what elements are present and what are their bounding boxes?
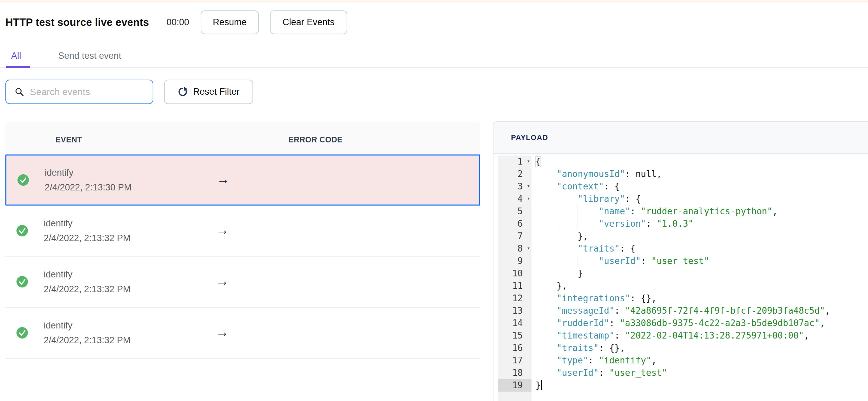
gutter-filler	[498, 392, 531, 401]
code-line: 4▾"library": {	[494, 193, 868, 205]
resume-button[interactable]: Resume	[201, 10, 259, 34]
event-timestamp: 2/4/2022, 2:13:32 PM	[44, 284, 130, 295]
code-line: 18"userId": "user_test"	[494, 367, 868, 379]
indent-guide	[535, 280, 557, 292]
search-events-box	[5, 79, 153, 104]
indent-guide	[535, 218, 557, 230]
line-number: 16	[498, 342, 531, 354]
success-check-icon	[18, 174, 29, 186]
event-row[interactable]: identify2/4/2022, 2:13:30 PM→	[5, 155, 480, 205]
success-check-icon	[17, 225, 28, 236]
code-text: "library": {	[531, 193, 641, 205]
code-text: }	[531, 379, 542, 392]
payload-json-editor[interactable]: 1▾{2"anonymousId": null,3▾"context": {4▾…	[494, 154, 868, 401]
search-icon	[14, 87, 24, 97]
code-text: "version": "1.0.3"	[531, 218, 693, 230]
fold-arrow-icon[interactable]: ▾	[527, 155, 530, 167]
line-number: 19	[498, 379, 531, 392]
line-number: 1▾	[498, 156, 531, 168]
code-text: "userId": "user_test"	[531, 367, 667, 379]
line-number: 13	[498, 305, 531, 317]
indent-guide	[557, 218, 578, 230]
code-text: "rudderId": "a33086db-9375-4c22-a2a3-b5d…	[531, 317, 825, 330]
line-number: 2	[498, 168, 531, 180]
tab-all[interactable]: All	[11, 51, 21, 61]
code-line: 15"timestamp": "2022-02-04T14:13:28.2759…	[494, 330, 868, 342]
event-timestamp: 2/4/2022, 2:13:30 PM	[45, 182, 131, 193]
code-line: 8▾"traits": {	[494, 242, 868, 255]
fold-arrow-icon[interactable]: ▾	[527, 242, 530, 254]
indent-guide	[557, 242, 578, 255]
code-text: "integrations": {},	[531, 292, 656, 305]
indent-guide	[557, 255, 578, 267]
tab-send-test-event[interactable]: Send test event	[58, 51, 121, 61]
indent-guide	[557, 267, 578, 280]
indent-guide	[535, 242, 557, 255]
code-text: },	[531, 280, 567, 292]
code-line: 16"traits": {},	[494, 342, 868, 354]
event-row[interactable]: identify2/4/2022, 2:13:32 PM→	[5, 205, 480, 257]
arrow-right-icon: →	[217, 172, 230, 187]
indent-guide	[557, 193, 578, 205]
arrow-right-icon: →	[216, 325, 229, 339]
indent-guide	[578, 218, 599, 230]
code-line: 13"messageId": "42a8695f-72f4-4f9f-bfcf-…	[494, 305, 868, 317]
code-text: "type": "identify",	[531, 354, 656, 367]
indent-guide	[535, 168, 557, 180]
code-line: 12"integrations": {},	[494, 292, 868, 305]
line-number: 4▾	[498, 193, 531, 205]
table-header: EVENT ERROR CODE	[5, 122, 480, 155]
column-header-error-code: ERROR CODE	[288, 135, 343, 144]
code-line: 3▾"context": {	[494, 180, 868, 193]
event-name: identify	[44, 218, 130, 229]
indent-guide	[578, 205, 599, 218]
fold-arrow-icon[interactable]: ▾	[527, 192, 530, 204]
indent-guide	[557, 230, 578, 242]
line-number: 11	[498, 280, 531, 292]
code-text: "context": {	[531, 180, 620, 193]
code-line: 1▾{	[494, 156, 868, 168]
indent-guide	[578, 255, 599, 267]
code-text: }	[531, 267, 583, 280]
event-meta: identify2/4/2022, 2:13:32 PM	[44, 218, 130, 243]
event-rows: identify2/4/2022, 2:13:30 PM→identify2/4…	[5, 155, 480, 359]
code-line: 19}	[494, 379, 868, 392]
event-meta: identify2/4/2022, 2:13:32 PM	[44, 321, 130, 345]
active-tab-underline	[6, 66, 30, 68]
line-number: 15	[498, 330, 531, 342]
tabs-bar: All Send test event	[0, 50, 868, 68]
indent-guide	[535, 330, 557, 342]
line-number: 18	[498, 367, 531, 379]
code-line: 10}	[494, 267, 868, 280]
indent-guide	[535, 255, 557, 267]
indent-guide	[535, 292, 557, 305]
arrow-right-icon: →	[216, 273, 229, 289]
code-text: {	[531, 156, 540, 168]
line-number: 12	[498, 292, 531, 305]
success-check-icon	[17, 276, 28, 288]
event-name: identify	[44, 321, 130, 331]
event-name: identify	[44, 269, 130, 280]
events-table: EVENT ERROR CODE identify2/4/2022, 2:13:…	[5, 122, 480, 359]
line-number: 10	[498, 267, 531, 280]
event-timestamp: 2/4/2022, 2:13:32 PM	[44, 233, 130, 243]
page-title: HTTP test source live events	[5, 16, 149, 29]
event-row[interactable]: identify2/4/2022, 2:13:32 PM→	[5, 257, 480, 308]
line-number: 14	[498, 317, 531, 330]
search-input[interactable]	[29, 86, 142, 98]
event-row[interactable]: identify2/4/2022, 2:13:32 PM→	[5, 308, 480, 359]
payload-title: PAYLOAD	[511, 133, 548, 142]
code-line: 6"version": "1.0.3"	[494, 218, 868, 230]
line-number: 3▾	[498, 180, 531, 193]
indent-guide	[535, 267, 557, 280]
clear-events-button[interactable]: Clear Events	[270, 10, 347, 34]
line-number: 7	[498, 230, 531, 242]
fold-arrow-icon[interactable]: ▾	[527, 180, 530, 192]
code-text: "messageId": "42a8695f-72f4-4f9f-bfcf-20…	[531, 305, 830, 317]
text-cursor	[541, 380, 542, 390]
reset-filter-button[interactable]: Reset Filter	[164, 79, 253, 104]
code-line: 14"rudderId": "a33086db-9375-4c22-a2a3-b…	[494, 317, 868, 330]
event-name: identify	[45, 168, 131, 178]
code-line: 7},	[494, 230, 868, 242]
refresh-icon	[178, 87, 188, 97]
